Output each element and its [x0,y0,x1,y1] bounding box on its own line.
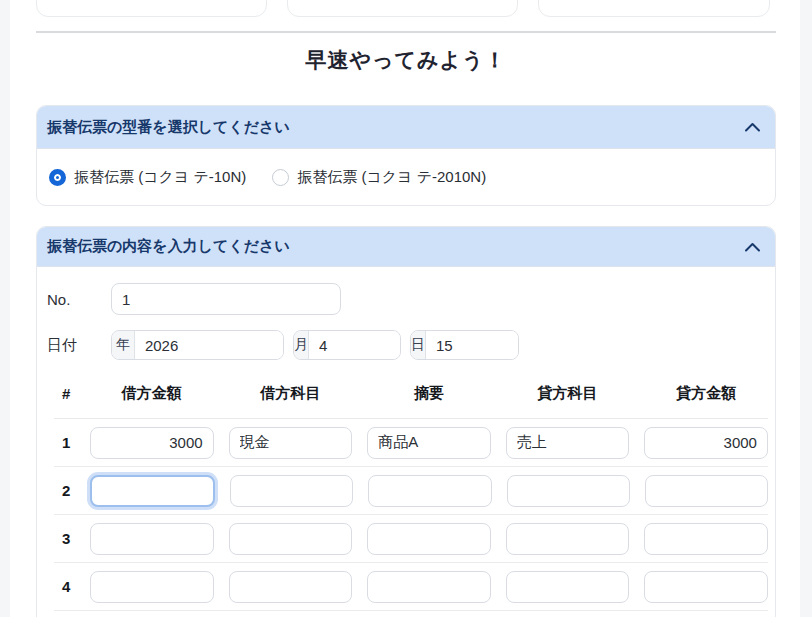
section-divider [36,31,776,33]
radio-option-te10n[interactable]: 振替伝票 (コクヨ テ-10N) [49,168,246,187]
month-field: 月 [293,330,401,360]
panel-title: 振替伝票の内容を入力してください [47,237,290,256]
description-input-3[interactable] [367,523,491,555]
credit-account-input-4[interactable] [506,571,630,603]
previous-section-card-stubs [10,0,800,18]
credit-account-input-2[interactable] [507,475,630,507]
day-input[interactable] [426,331,518,359]
credit-amount-input-4[interactable] [644,571,768,603]
credit-amount-input-2[interactable] [645,475,768,507]
year-input[interactable] [135,331,283,359]
table-header-row: # 借方金額 借方科目 摘要 貸方科目 貸方金額 [54,384,768,419]
date-label: 日付 [47,336,111,355]
card-stub [287,0,518,17]
debit-amount-input-4[interactable] [90,571,214,603]
debit-account-input-3[interactable] [229,523,353,555]
slip-content-panel-header[interactable]: 振替伝票の内容を入力してください [37,227,775,267]
no-label: No. [47,291,111,308]
col-header-credit-amount: 貸方金額 [644,384,768,403]
row-number: 2 [54,482,75,499]
credit-amount-input-1[interactable] [644,427,768,459]
radio-unselected-icon[interactable] [272,169,289,186]
radio-selected-icon[interactable] [49,169,66,186]
description-input-4[interactable] [367,571,491,603]
model-select-panel-header[interactable]: 振替伝票の型番を選択してください [37,106,775,149]
panel-title: 振替伝票の型番を選択してください [47,118,290,137]
day-field: 日 [410,330,519,360]
chevron-up-icon[interactable] [744,122,761,132]
slip-number-input[interactable] [111,283,341,315]
table-row: 1 [54,419,768,467]
col-header-index: # [54,385,75,402]
col-header-debit-account: 借方科目 [229,384,353,403]
col-header-description: 摘要 [367,384,491,403]
model-options: 振替伝票 (コクヨ テ-10N) 振替伝票 (コクヨ テ-2010N) [37,149,775,205]
card-stub [36,0,267,17]
table-row: 3 [54,515,768,563]
year-field: 年 [111,330,284,360]
table-row: 5 [54,611,768,617]
debit-account-input-2[interactable] [230,475,353,507]
debit-account-input-1[interactable] [229,427,353,459]
slip-content-panel: 振替伝票の内容を入力してください No. 日付 年 月 [36,226,776,617]
debit-account-input-4[interactable] [229,571,353,603]
card-stub [538,0,770,17]
year-prefix: 年 [112,331,135,359]
radio-label: 振替伝票 (コクヨ テ-2010N) [297,168,486,187]
debit-amount-input-2[interactable] [90,475,215,507]
page-title: 早速やってみよう！ [36,48,776,72]
radio-label: 振替伝票 (コクヨ テ-10N) [74,168,246,187]
col-header-credit-account: 貸方科目 [506,384,630,403]
row-number: 4 [54,578,75,595]
day-prefix: 日 [411,331,426,359]
journal-entry-table: # 借方金額 借方科目 摘要 貸方科目 貸方金額 1 2 [54,384,768,617]
debit-amount-input-3[interactable] [90,523,214,555]
credit-amount-input-3[interactable] [644,523,768,555]
credit-account-input-1[interactable] [506,427,630,459]
description-input-1[interactable] [367,427,491,459]
row-number: 3 [54,530,75,547]
model-select-panel: 振替伝票の型番を選択してください 振替伝票 (コクヨ テ-10N) 振替伝票 (… [36,105,776,206]
credit-account-input-3[interactable] [506,523,630,555]
month-input[interactable] [309,331,400,359]
debit-amount-input-1[interactable] [90,427,214,459]
radio-option-te2010n[interactable]: 振替伝票 (コクヨ テ-2010N) [272,168,486,187]
col-header-debit-amount: 借方金額 [90,384,214,403]
chevron-up-icon[interactable] [744,242,761,252]
table-row: 4 [54,563,768,611]
main-content: 早速やってみよう！ 振替伝票の型番を選択してください 振替伝票 (コクヨ テ-1… [10,0,800,617]
description-input-2[interactable] [368,475,491,507]
month-prefix: 月 [294,331,309,359]
table-row: 2 [54,467,768,515]
row-number: 1 [54,434,75,451]
